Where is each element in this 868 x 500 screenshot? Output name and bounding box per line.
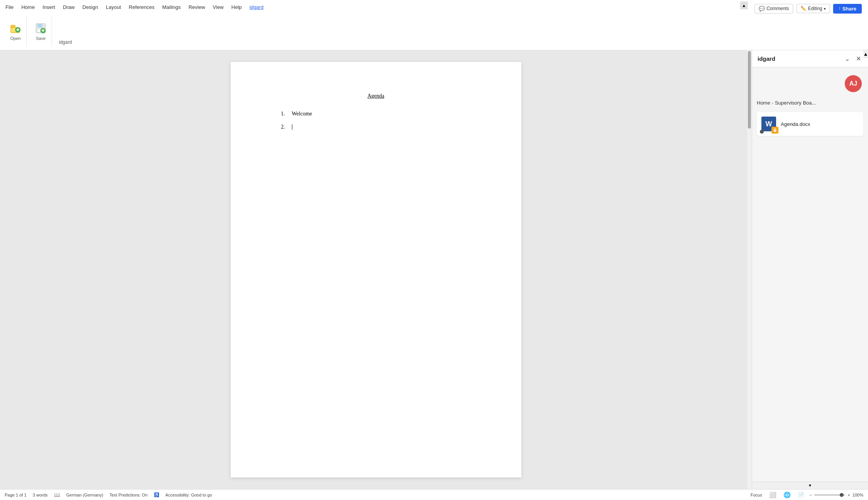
panel-scroll-up-arrow[interactable]: ▲ — [863, 50, 868, 58]
zoom-level: 100% — [852, 493, 863, 497]
pencil-icon: ✏️ — [801, 6, 806, 11]
comments-label: Comments — [766, 6, 789, 11]
document-list: 1. Welcome 2. — [281, 111, 487, 130]
side-panel: ▲ idgard ⌄ ✕ AJ Home › Supervisory Boa. — [752, 50, 868, 489]
save-icon — [35, 22, 47, 34]
avatar-area: AJ — [757, 72, 863, 98]
open-icon — [9, 22, 22, 34]
menu-review[interactable]: Review — [185, 2, 209, 12]
document-page: Agenda 1. Welcome 2. — [231, 62, 521, 478]
file-icon: W — [761, 116, 777, 132]
dot-badge — [760, 130, 764, 134]
breadcrumb: Home › Supervisory Boa... — [757, 98, 863, 112]
menu-help[interactable]: Help — [228, 2, 246, 12]
editing-button[interactable]: ✏️ Editing ▾ — [796, 4, 830, 13]
list-number-1: 1. — [281, 111, 289, 117]
menu-draw[interactable]: Draw — [59, 2, 78, 12]
avatar[interactable]: AJ — [845, 75, 862, 92]
page-info: Page 1 of 1 — [5, 493, 26, 497]
zoom-thumb — [840, 493, 844, 497]
web-layout-button[interactable]: 🌐 — [782, 491, 792, 499]
breadcrumb-home[interactable]: Home — [757, 100, 770, 106]
menu-mailings[interactable]: Mailings — [159, 2, 185, 12]
menu-view[interactable]: View — [209, 2, 228, 12]
lock-badge — [771, 127, 778, 134]
comment-icon: 💬 — [759, 6, 765, 12]
word-count: 3 words — [33, 493, 48, 497]
status-right: Focus ⬜ 🌐 📄 − + 100% — [749, 491, 863, 499]
menu-design[interactable]: Design — [79, 2, 102, 12]
ribbon-area: File Home Insert Draw Design Layout Refe… — [0, 0, 868, 50]
immersive-reader-button[interactable]: 📄 — [796, 491, 806, 498]
accessibility: Accessibility: Good to go — [166, 493, 212, 497]
main-area: Agenda 1. Welcome 2. ▲ idgard ⌄ — [0, 50, 868, 489]
text-cursor — [292, 124, 292, 130]
close-icon: ✕ — [856, 55, 861, 62]
svg-rect-4 — [38, 24, 42, 27]
file-item[interactable]: W Agenda.docx — [757, 112, 863, 136]
list-number-2: 2. — [281, 124, 289, 130]
proofing-icon: 📖 — [54, 492, 60, 498]
save-button[interactable]: Save — [30, 16, 52, 47]
toolbar: Open Save idgard — [0, 14, 868, 49]
accessibility-icon: ♿ — [154, 492, 159, 497]
save-label: Save — [36, 36, 45, 41]
menu-file[interactable]: File — [2, 2, 17, 12]
side-panel-body: AJ Home › Supervisory Boa... W — [752, 67, 868, 481]
zoom-out-button[interactable]: − — [809, 493, 812, 497]
list-item: 2. — [281, 124, 487, 130]
side-panel-controls: ⌄ ✕ — [843, 54, 863, 63]
zoom-area: − + 100% — [809, 493, 863, 497]
breadcrumb-current[interactable]: Supervisory Boa... — [775, 100, 816, 106]
side-panel-header: idgard ⌄ ✕ — [752, 50, 868, 67]
document-area[interactable]: Agenda 1. Welcome 2. — [0, 50, 752, 489]
language: German (Germany) — [66, 493, 103, 497]
chevron-down-icon: ▼ — [808, 483, 812, 488]
vertical-scrollbar[interactable] — [747, 50, 752, 489]
lock-icon — [773, 128, 777, 132]
zoom-in-button[interactable]: + — [847, 493, 850, 497]
menu-layout[interactable]: Layout — [102, 2, 125, 12]
chevron-down-icon: ⌄ — [845, 55, 850, 62]
svg-rect-7 — [774, 130, 776, 132]
list-text-2 — [292, 124, 292, 130]
scroll-thumb[interactable] — [748, 51, 751, 129]
collapse-ribbon-button[interactable]: ▲ — [740, 2, 748, 9]
zoom-slider[interactable] — [814, 494, 845, 496]
open-button[interactable]: Open — [5, 16, 27, 47]
editing-label: Editing — [808, 6, 822, 11]
list-text-1: Welcome — [292, 111, 312, 117]
status-bar: Page 1 of 1 3 words 📖 German (Germany) T… — [0, 489, 868, 500]
share-button[interactable]: ↑ Share — [833, 4, 862, 14]
menu-idgard[interactable]: idgard — [246, 2, 267, 12]
ribbon: File Home Insert Draw Design Layout Refe… — [0, 0, 868, 50]
open-label: Open — [10, 36, 21, 41]
toolbar-section-label: idgard — [55, 38, 76, 47]
list-item: 1. Welcome — [281, 111, 487, 117]
print-layout-button[interactable]: ⬜ — [768, 491, 778, 499]
menu-home[interactable]: Home — [17, 2, 39, 12]
breadcrumb-separator: › — [772, 100, 773, 106]
share-label: Share — [842, 6, 856, 12]
panel-scroll-down-arrow[interactable]: ▼ — [752, 481, 868, 489]
document-title: Agenda — [266, 93, 487, 99]
text-predictions: Text Predictions: On — [109, 493, 147, 497]
panel-dropdown-button[interactable]: ⌄ — [843, 54, 851, 63]
menu-references[interactable]: References — [125, 2, 158, 12]
comments-button[interactable]: 💬 Comments — [754, 4, 793, 14]
chevron-down-icon: ▾ — [824, 7, 826, 11]
menu-bar: File Home Insert Draw Design Layout Refe… — [0, 0, 868, 14]
focus-button[interactable]: Focus — [749, 492, 764, 498]
panel-close-button[interactable]: ✕ — [854, 54, 863, 63]
chevron-up-icon: ▲ — [742, 3, 746, 8]
share-icon: ↑ — [839, 6, 841, 11]
file-name: Agenda.docx — [781, 121, 810, 127]
status-left: Page 1 of 1 3 words 📖 German (Germany) T… — [5, 492, 212, 498]
menu-insert[interactable]: Insert — [39, 2, 59, 12]
side-panel-title: idgard — [758, 55, 775, 62]
